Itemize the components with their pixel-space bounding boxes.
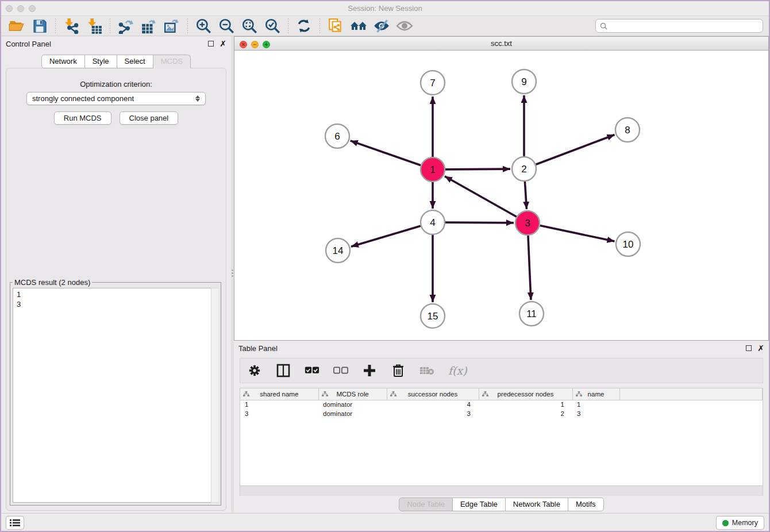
export-image-icon[interactable]: [162, 17, 182, 34]
network-window-title: scc.txt: [491, 39, 512, 48]
select-stepper-icon: [192, 95, 203, 102]
table-cell[interactable]: 2: [479, 409, 572, 418]
export-network-icon[interactable]: [116, 17, 136, 34]
zoom-selected-icon[interactable]: [263, 17, 282, 34]
mcds-result-text[interactable]: 13: [13, 288, 218, 503]
tab-network[interactable]: Network: [41, 55, 85, 68]
graph-node-label: 11: [526, 309, 537, 319]
export-table-icon[interactable]: [139, 17, 159, 34]
close-panel-icon[interactable]: ✗: [220, 41, 226, 47]
network-window-titlebar[interactable]: ✕ − + scc.txt: [234, 36, 769, 51]
table-options-icon[interactable]: [247, 363, 262, 378]
zoom-out-icon[interactable]: [217, 17, 236, 34]
graph-node-label: 3: [525, 218, 530, 229]
toolbar-separator: [319, 18, 320, 33]
table-row[interactable]: 1dominator411: [240, 400, 763, 409]
table-cell[interactable]: dominator: [318, 400, 387, 409]
tab-style[interactable]: Style: [85, 55, 117, 68]
network-view-window: ✕ − + scc.txt 7968124314101511: [234, 36, 769, 341]
network-graph[interactable]: 7968124314101511: [234, 51, 767, 338]
memory-button[interactable]: Memory: [716, 516, 764, 530]
toolbar-separator: [55, 18, 56, 33]
edge-3-11[interactable]: [528, 236, 531, 300]
tab-motifs[interactable]: Motifs: [568, 498, 604, 511]
table-cell[interactable]: 1: [240, 400, 318, 409]
toggle-panel-mode-icon[interactable]: [276, 363, 291, 378]
close-window-button[interactable]: [6, 5, 13, 12]
network-close-icon[interactable]: ✕: [240, 41, 247, 48]
add-column-icon[interactable]: [362, 363, 377, 378]
save-session-icon[interactable]: [30, 17, 49, 34]
window-controls[interactable]: [6, 5, 36, 12]
search-box[interactable]: [595, 19, 763, 33]
close-table-panel-icon[interactable]: ✗: [757, 345, 764, 351]
minimize-window-button[interactable]: [17, 5, 24, 12]
first-neighbors-icon[interactable]: [349, 17, 368, 34]
float-panel-icon[interactable]: [208, 41, 214, 47]
graph-node-label: 6: [334, 131, 340, 142]
tab-mcds[interactable]: MCDS: [153, 55, 191, 68]
import-table-icon[interactable]: [84, 17, 104, 34]
edge-3-10[interactable]: [540, 226, 615, 241]
unselect-all-columns-icon[interactable]: [333, 363, 348, 378]
mcds-tab-content: Optimization criterion: strongly connect…: [6, 68, 226, 511]
network-minimize-icon[interactable]: −: [251, 41, 259, 48]
table-cell[interactable]: 4: [387, 400, 479, 409]
table-cell[interactable]: 3: [240, 409, 318, 418]
delete-table-icon: [419, 363, 434, 378]
table-cell[interactable]: 1: [572, 400, 619, 409]
column-header-name[interactable]: name: [572, 388, 619, 400]
close-panel-button[interactable]: Close panel: [120, 111, 179, 125]
column-header-shared-name[interactable]: shared name: [240, 388, 318, 400]
network-canvas[interactable]: 7968124314101511: [234, 51, 769, 341]
edge-1-2[interactable]: [445, 169, 510, 169]
table-row[interactable]: 3dominator323: [240, 409, 763, 418]
column-header-empty: [619, 388, 763, 400]
optimization-select[interactable]: strongly connected component: [26, 92, 206, 105]
open-file-icon[interactable]: [7, 17, 26, 34]
column-header-MCDS-role[interactable]: MCDS role: [318, 388, 387, 400]
column-header-predecessor-nodes[interactable]: predecessor nodes: [479, 388, 572, 400]
tab-select[interactable]: Select: [117, 55, 153, 68]
hierarchy-icon: [322, 391, 328, 398]
toolbar-separator: [110, 18, 110, 33]
tab-node-table[interactable]: Node Table: [399, 498, 453, 511]
tab-network-table[interactable]: Network Table: [506, 498, 568, 511]
table-cell-empty: [619, 409, 763, 418]
zoom-in-icon[interactable]: [194, 17, 213, 34]
import-network-icon[interactable]: [61, 17, 81, 34]
task-list-icon: [10, 519, 20, 527]
toolbar-separator: [187, 18, 188, 33]
control-panel-title: Control Panel: [6, 40, 51, 48]
edge-4-14[interactable]: [351, 226, 421, 246]
task-history-button[interactable]: [6, 516, 24, 530]
table-cell[interactable]: dominator: [318, 409, 387, 418]
edge-1-6[interactable]: [351, 141, 421, 165]
edge-2-8[interactable]: [536, 134, 615, 164]
float-table-panel-icon[interactable]: [746, 345, 752, 351]
table-cell[interactable]: 3: [572, 409, 619, 418]
table-hscroll-area[interactable]: [240, 485, 763, 496]
hide-selected-icon[interactable]: [372, 17, 391, 34]
app-title: Session: New Session: [348, 4, 422, 13]
table-cell[interactable]: 3: [387, 409, 479, 418]
delete-column-icon[interactable]: [391, 363, 406, 378]
table-cell[interactable]: 1: [479, 400, 572, 409]
edge-2-3[interactable]: [525, 182, 526, 209]
edge-3-1[interactable]: [445, 176, 517, 217]
result-scrollbar[interactable]: [211, 288, 218, 503]
search-input[interactable]: [610, 22, 759, 30]
zoom-fit-icon[interactable]: [240, 17, 259, 34]
table-panel-title: Table Panel: [238, 344, 278, 353]
zoom-window-button[interactable]: [29, 5, 36, 12]
control-panel-tabs: NetworkStyleSelectMCDS: [1, 55, 231, 68]
run-mcds-button[interactable]: Run MCDS: [54, 111, 111, 125]
edge-4-3[interactable]: [445, 222, 514, 223]
network-maximize-icon[interactable]: +: [263, 41, 270, 48]
optimization-value: strongly connected component: [32, 94, 134, 103]
tab-edge-table[interactable]: Edge Table: [453, 498, 506, 511]
clone-network-icon[interactable]: [326, 17, 345, 34]
refresh-layout-icon[interactable]: [294, 17, 314, 34]
select-all-columns-icon[interactable]: [305, 363, 319, 378]
column-header-successor-nodes[interactable]: successor nodes: [387, 388, 479, 400]
